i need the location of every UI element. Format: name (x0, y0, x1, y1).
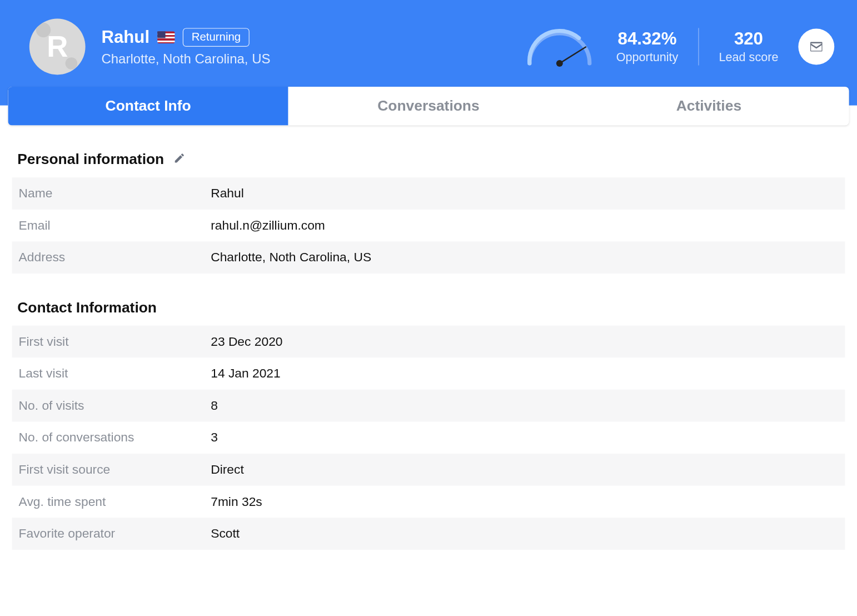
lead-score-stat: 320 Lead score (719, 29, 779, 65)
gauge-icon (523, 27, 596, 67)
table-row: Email rahul.n@zillium.com (12, 210, 845, 242)
svg-line-0 (560, 47, 586, 63)
field-label: No. of visits (12, 390, 205, 422)
personal-info-table: Name Rahul Email rahul.n@zillium.com Add… (12, 177, 845, 274)
name-line: Rahul Returning (101, 27, 270, 47)
field-label: Email (12, 210, 205, 242)
table-row: Avg. time spent 7min 32s (12, 486, 845, 518)
field-label: First visit source (12, 454, 205, 486)
divider (698, 28, 699, 65)
field-value: 3 (204, 421, 845, 454)
tab-activities[interactable]: Activities (569, 87, 849, 126)
field-value: Scott (204, 518, 845, 550)
field-value: 8 (204, 390, 845, 422)
table-row: Last visit 14 Jan 2021 (12, 357, 845, 390)
status-badge: Returning (183, 28, 250, 47)
table-row: No. of conversations 3 (12, 421, 845, 454)
field-value: Charlotte, Noth Carolina, US (204, 241, 845, 274)
tab-conversations[interactable]: Conversations (288, 87, 569, 126)
field-label: Favorite operator (12, 518, 205, 550)
tabs: Contact Info Conversations Activities (8, 87, 849, 126)
contact-info-heading: Contact Information (12, 294, 845, 326)
contact-name: Rahul (101, 27, 150, 47)
table-row: Name Rahul (12, 177, 845, 210)
pencil-icon (173, 152, 186, 165)
field-label: Avg. time spent (12, 486, 205, 518)
edit-button[interactable] (173, 151, 186, 168)
field-value: rahul.n@zillium.com (204, 210, 845, 242)
field-label: Last visit (12, 357, 205, 390)
field-value: 14 Jan 2021 (204, 357, 845, 390)
avatar[interactable]: R (29, 19, 86, 75)
opportunity-value: 84.32% (616, 29, 679, 49)
field-value: Direct (204, 454, 845, 486)
mail-icon (808, 39, 824, 55)
field-label: Name (12, 177, 205, 210)
avatar-letter: R (47, 30, 68, 63)
contact-info-table: First visit 23 Dec 2020 Last visit 14 Ja… (12, 326, 845, 550)
contact-info-title: Contact Information (17, 299, 157, 316)
opportunity-label: Opportunity (616, 51, 679, 64)
personal-info-title: Personal information (17, 151, 164, 168)
lead-score-label: Lead score (719, 51, 779, 64)
field-label: Address (12, 241, 205, 274)
table-row: First visit 23 Dec 2020 (12, 326, 845, 358)
table-row: Favorite operator Scott (12, 518, 845, 550)
field-label: First visit (12, 326, 205, 358)
field-value: 7min 32s (204, 486, 845, 518)
app-root: R Rahul Returning Charlotte, Noth Caroli… (0, 0, 857, 550)
name-block: Rahul Returning Charlotte, Noth Carolina… (101, 27, 270, 67)
header-right: 84.32% Opportunity 320 Lead score (523, 27, 835, 67)
lead-score-value: 320 (719, 29, 779, 49)
table-row: First visit source Direct (12, 454, 845, 486)
send-mail-button[interactable] (798, 29, 834, 65)
table-row: Address Charlotte, Noth Carolina, US (12, 241, 845, 274)
us-flag-icon (157, 31, 175, 43)
table-row: No. of visits 8 (12, 390, 845, 422)
header-left: R Rahul Returning Charlotte, Noth Caroli… (29, 19, 271, 75)
opportunity-stat: 84.32% Opportunity (616, 29, 679, 65)
tab-contact-info[interactable]: Contact Info (8, 87, 288, 126)
field-value: 23 Dec 2020 (204, 326, 845, 358)
svg-point-1 (556, 60, 563, 67)
field-label: No. of conversations (12, 421, 205, 454)
field-value: Rahul (204, 177, 845, 210)
personal-info-heading: Personal information (12, 146, 845, 178)
content-area: Personal information Name Rahul Email ra… (0, 126, 857, 550)
contact-location: Charlotte, Noth Carolina, US (101, 51, 270, 67)
